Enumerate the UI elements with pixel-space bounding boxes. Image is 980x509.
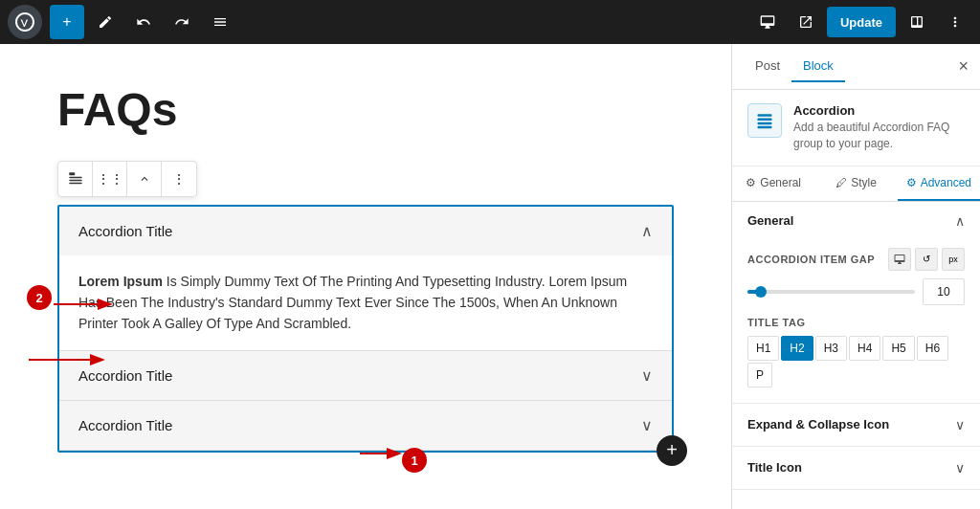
- main-container: FAQs ⋮⋮ ⋮ Accordion Title ∧ Lorem Ipsum …: [0, 44, 980, 509]
- accordion-header-3[interactable]: Accordion Title ∨: [59, 401, 672, 450]
- external-link-button[interactable]: [789, 5, 823, 39]
- accordion-chevron-up-icon: ∧: [641, 222, 653, 240]
- update-button[interactable]: Update: [827, 7, 896, 37]
- sub-tab-general[interactable]: ⚙ General: [732, 166, 814, 201]
- accordion-title-2: Accordion Title: [78, 367, 172, 384]
- general-panel-body: ACCORDION ITEM GAP ↺ px 10: [732, 240, 980, 403]
- pencil-button[interactable]: [88, 5, 122, 39]
- editor-area: FAQs ⋮⋮ ⋮ Accordion Title ∧ Lorem Ipsum …: [0, 44, 731, 509]
- svg-rect-8: [758, 119, 772, 122]
- title-tag-buttons: H1 H2 H3 H4 H5 H6 P: [747, 336, 965, 387]
- tag-h4-button[interactable]: H4: [849, 336, 880, 361]
- tag-h6-button[interactable]: H6: [917, 336, 948, 361]
- svg-rect-9: [758, 122, 772, 125]
- tag-h5-button[interactable]: H5: [882, 336, 914, 361]
- sub-tab-bar: ⚙ General 🖊 Style ⚙ Advanced: [732, 166, 980, 202]
- svg-rect-10: [758, 126, 772, 129]
- add-block-button[interactable]: +: [50, 5, 84, 39]
- accordion-header-1[interactable]: Accordion Title ∧: [59, 207, 672, 255]
- block-description: Add a beautiful Accordion FAQ group to y…: [793, 120, 965, 152]
- style-tab-label: Style: [851, 176, 877, 189]
- accordion-chevron-down-icon-2: ∨: [641, 366, 653, 385]
- svg-rect-2: [69, 179, 82, 181]
- redo-button[interactable]: [165, 5, 199, 39]
- tag-p-button[interactable]: P: [747, 363, 772, 387]
- block-info-section: Accordion Add a beautiful Accordion FAQ …: [732, 90, 980, 166]
- page-title: FAQs: [57, 82, 674, 138]
- move-up-button[interactable]: [127, 162, 162, 196]
- title-tag-control-row: TITLE TAG: [747, 317, 965, 328]
- sidebar-toggle-button[interactable]: [900, 5, 934, 39]
- tab-block[interactable]: Block: [791, 51, 845, 82]
- settings-sidebar: Post Block × Accordion Add a beautiful A…: [731, 44, 980, 509]
- slider-thumb[interactable]: [755, 286, 767, 298]
- refresh-icon-button[interactable]: ↺: [915, 248, 938, 271]
- block-info-text: Accordion Add a beautiful Accordion FAQ …: [793, 103, 965, 152]
- wp-logo[interactable]: [8, 5, 42, 39]
- sub-tab-style[interactable]: 🖊 Style: [814, 166, 897, 201]
- block-type-button[interactable]: [58, 162, 93, 196]
- undo-button[interactable]: [126, 5, 161, 39]
- accordion-item-3: Accordion Title ∨: [59, 401, 672, 451]
- accordion-gap-control-row: ACCORDION ITEM GAP ↺ px: [747, 248, 965, 271]
- accordion-chevron-down-icon-3: ∨: [641, 416, 653, 434]
- gap-slider-value[interactable]: 10: [923, 278, 965, 305]
- gap-slider-track[interactable]: [747, 290, 915, 294]
- responsive-icon-button[interactable]: [888, 248, 911, 271]
- advanced-tab-label: Advanced: [921, 176, 971, 189]
- annotation-badge-2: 2: [27, 285, 52, 310]
- general-tab-icon: ⚙: [746, 176, 756, 189]
- badge-2-circle: 2: [27, 285, 52, 310]
- general-tab-label: General: [760, 176, 801, 189]
- expand-collapse-section[interactable]: Expand & Collapse Icon ∨: [732, 404, 980, 447]
- accordion-gap-label: ACCORDION ITEM GAP: [747, 254, 875, 265]
- drag-handle-button[interactable]: ⋮⋮: [93, 162, 127, 196]
- list-view-button[interactable]: [203, 5, 237, 39]
- title-icon-title: Title Icon: [747, 460, 802, 475]
- accordion-title-3: Accordion Title: [78, 417, 172, 433]
- gap-slider-row: 10: [747, 278, 965, 305]
- accordion-item-2: Accordion Title ∨: [59, 351, 672, 401]
- accordion-block: Accordion Title ∧ Lorem Ipsum Is Simply …: [57, 205, 674, 453]
- block-toolbar: ⋮⋮ ⋮: [57, 161, 197, 197]
- sidebar-tab-bar: Post Block ×: [732, 44, 980, 90]
- general-panel-title: General: [747, 213, 793, 228]
- svg-rect-1: [69, 176, 82, 178]
- tab-post[interactable]: Post: [744, 51, 791, 82]
- block-name: Accordion: [793, 103, 965, 118]
- general-panel-chevron-icon: ∧: [955, 213, 965, 229]
- accordion-header-2[interactable]: Accordion Title ∨: [59, 351, 672, 400]
- accordion-item-1: Accordion Title ∧ Lorem Ipsum Is Simply …: [59, 207, 672, 351]
- expand-collapse-title: Expand & Collapse Icon: [747, 417, 889, 432]
- add-accordion-item-button[interactable]: +: [657, 435, 687, 466]
- expand-collapse-chevron-icon: ∨: [955, 417, 965, 432]
- px-unit-button[interactable]: px: [942, 248, 965, 271]
- title-icon-section[interactable]: Title Icon ∨: [732, 447, 980, 490]
- general-panel-header[interactable]: General ∧: [732, 202, 980, 240]
- desktop-view-button[interactable]: [750, 5, 785, 39]
- gap-control-icons: ↺ px: [888, 248, 965, 271]
- advanced-tab-icon: ⚙: [906, 176, 917, 189]
- tag-h3-button[interactable]: H3: [815, 336, 847, 361]
- tag-h2-button[interactable]: H2: [781, 336, 813, 361]
- accordion-block-icon: [747, 103, 782, 138]
- accordion-title-1: Accordion Title: [78, 223, 172, 239]
- sub-tab-advanced[interactable]: ⚙ Advanced: [898, 166, 980, 201]
- sidebar-close-button[interactable]: ×: [958, 56, 969, 77]
- tag-h1-button[interactable]: H1: [747, 336, 779, 361]
- accordion-content-1: Lorem Ipsum Is Simply Dummy Text Of The …: [59, 255, 672, 350]
- editor-toolbar: + Update: [0, 0, 980, 44]
- style-tab-icon: 🖊: [835, 176, 847, 189]
- svg-rect-0: [69, 172, 75, 175]
- svg-rect-3: [69, 182, 82, 184]
- title-icon-chevron-icon: ∨: [955, 460, 965, 476]
- more-options-button[interactable]: [938, 5, 972, 39]
- toolbar-right: Update: [750, 5, 972, 39]
- svg-rect-7: [758, 114, 772, 117]
- title-tag-label: TITLE TAG: [747, 317, 806, 328]
- general-panel: General ∧ ACCORDION ITEM GAP ↺ px: [732, 202, 980, 404]
- more-block-options-button[interactable]: ⋮: [162, 162, 196, 196]
